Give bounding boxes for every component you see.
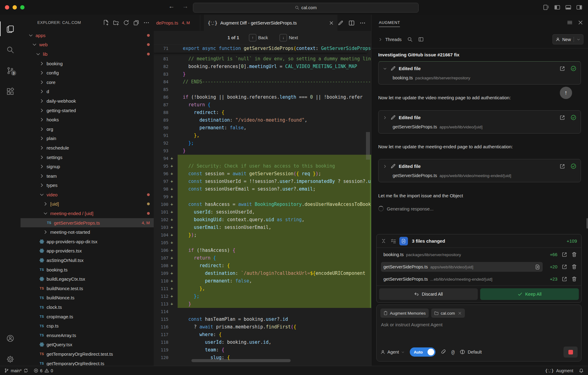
tree-item-getserversideprops-ts[interactable]: TSgetServerSideProps.ts4, M bbox=[21, 218, 154, 228]
edited-file-card[interactable]: Edited filebooking.tspackages/lib/server… bbox=[378, 61, 581, 85]
open-in-editor-icon[interactable] bbox=[560, 164, 565, 169]
tree-item-buildnonce-ts[interactable]: TSbuildNonce.ts bbox=[21, 293, 154, 303]
toggle-sidebar-icon[interactable] bbox=[554, 4, 560, 10]
list-view-icon[interactable] bbox=[391, 238, 396, 244]
open-in-editor-icon[interactable] bbox=[562, 252, 567, 257]
stop-button[interactable] bbox=[564, 347, 578, 358]
attach-file-icon[interactable] bbox=[441, 349, 446, 355]
agent-input-box[interactable]: Augment Memoriescal.com Ask or instruct … bbox=[376, 305, 582, 362]
split-editor-icon[interactable] bbox=[349, 20, 355, 26]
zoom-window-button[interactable] bbox=[20, 5, 24, 9]
changed-file-row[interactable]: booking.tspackages/lib/server/repository… bbox=[379, 248, 579, 261]
threads-label[interactable]: Threads bbox=[385, 37, 401, 42]
changed-file-row[interactable]: getServerSideProps.tsapps/web/lib/video/… bbox=[379, 261, 579, 273]
chevron-right-icon[interactable] bbox=[378, 37, 383, 42]
close-window-button[interactable] bbox=[5, 5, 9, 9]
open-in-editor-icon[interactable] bbox=[560, 115, 565, 120]
collapse-folders-icon[interactable] bbox=[133, 20, 139, 26]
tree-item-plain[interactable]: plain bbox=[21, 134, 154, 143]
tree-item-web[interactable]: web bbox=[21, 40, 154, 50]
discard-file-icon[interactable] bbox=[571, 252, 577, 257]
tree-item-core[interactable]: core bbox=[21, 78, 154, 87]
tree-item-ensurearray-ts[interactable]: TSensureArray.ts bbox=[21, 331, 154, 340]
new-file-icon[interactable] bbox=[103, 20, 109, 26]
git-branch-item[interactable]: main* bbox=[4, 368, 28, 373]
tree-item-gettemporaryorgredirect-ts[interactable]: TSgetTemporaryOrgRedirect.ts bbox=[21, 359, 154, 366]
chevron-down-icon[interactable] bbox=[383, 66, 387, 71]
open-in-editor-icon[interactable] bbox=[562, 276, 567, 282]
tree-item-config[interactable]: config bbox=[21, 68, 154, 78]
tree-item-lib[interactable]: lib bbox=[21, 49, 154, 59]
explorer-icon[interactable] bbox=[6, 25, 14, 33]
edit-icon[interactable] bbox=[337, 20, 344, 26]
minimize-window-button[interactable] bbox=[13, 5, 17, 9]
tree-item-team[interactable]: team bbox=[21, 171, 154, 181]
diff-view-toggle[interactable] bbox=[399, 237, 408, 245]
tree-item-app-providers-tsx[interactable]: app-providers.tsx bbox=[21, 246, 154, 256]
diff-next-button[interactable]: ↓ Next bbox=[278, 34, 300, 42]
forward-arrow-icon[interactable]: → bbox=[181, 3, 190, 10]
account-icon[interactable] bbox=[6, 335, 14, 342]
tree-item-buildlegacyctx-tsx[interactable]: buildLegacyCtx.tsx bbox=[21, 274, 154, 284]
auto-toggle[interactable]: Auto bbox=[410, 347, 435, 357]
discard-file-icon[interactable] bbox=[571, 276, 577, 282]
discard-all-button[interactable]: Discard All bbox=[379, 288, 478, 300]
close-tab-icon[interactable] bbox=[329, 21, 334, 25]
thread-layout-icon[interactable] bbox=[418, 37, 424, 42]
search-view-icon[interactable] bbox=[6, 46, 14, 54]
tree-item-uid[interactable]: [uid] bbox=[21, 199, 154, 209]
tree-item-settings[interactable]: settings bbox=[21, 153, 154, 162]
diff-back-button[interactable]: ↑ Back bbox=[247, 34, 270, 42]
tree-item-signup[interactable]: signup bbox=[21, 162, 154, 171]
back-arrow-icon[interactable]: ← bbox=[167, 3, 176, 10]
tree-item-meeting-ended-uid[interactable]: meeting-ended / [uid] bbox=[21, 209, 154, 218]
search-threads-icon[interactable] bbox=[407, 37, 413, 42]
collapse-panel-icon[interactable] bbox=[381, 238, 386, 244]
tree-item-csp-ts[interactable]: TScsp.ts bbox=[21, 321, 154, 331]
tab-augment-diff[interactable]: {··} Augment Diff - getServerSideProps.t… bbox=[204, 15, 337, 31]
mention-icon[interactable]: @ bbox=[451, 349, 454, 355]
toggle-panel-icon[interactable] bbox=[565, 4, 571, 10]
changed-file-row[interactable]: getServerSideProps.ts...eb/lib/video/mee… bbox=[379, 273, 579, 285]
context-chip-augment-memories[interactable]: Augment Memories bbox=[380, 309, 429, 318]
editor-more-actions-icon[interactable] bbox=[360, 20, 366, 26]
tree-item-types[interactable]: types bbox=[21, 181, 154, 190]
discard-file-icon[interactable] bbox=[571, 264, 577, 270]
tree-item-getting-started[interactable]: getting-started bbox=[21, 106, 154, 115]
tree-item-d[interactable]: d bbox=[21, 87, 154, 97]
tree-item-daily-webhook[interactable]: daily-webhook bbox=[21, 96, 154, 106]
tree-item-apps[interactable]: apps bbox=[21, 31, 154, 40]
context-chip-cal-com[interactable]: cal.com bbox=[431, 309, 465, 318]
refresh-explorer-icon[interactable] bbox=[123, 20, 129, 26]
tree-item-clock-ts[interactable]: TSclock.ts bbox=[21, 302, 154, 312]
tree-item-buildnonce-test-ts[interactable]: TSbuildNonce.test.ts bbox=[21, 284, 154, 293]
tree-item-reschedule[interactable]: reschedule bbox=[21, 143, 154, 153]
tree-item-meeting-not-started[interactable]: meeting-not-started bbox=[21, 227, 154, 237]
horizontal-scrollbar[interactable] bbox=[191, 359, 291, 362]
edited-file-card[interactable]: Edited filegetServerSideProps.tsapps/web… bbox=[378, 110, 581, 134]
edited-file-card[interactable]: Edited filegetServerSideProps.tsapps/web… bbox=[378, 159, 581, 182]
tree-item-hooks[interactable]: hooks bbox=[21, 115, 154, 124]
tree-item-cropimage-ts[interactable]: TScropImage.ts bbox=[21, 312, 154, 321]
new-folder-icon[interactable] bbox=[113, 20, 119, 26]
tree-item-video[interactable]: video bbox=[21, 190, 154, 199]
tree-item-gettemporaryorgredirect-test-ts[interactable]: TSgetTemporaryOrgRedirect.test.ts bbox=[21, 349, 154, 359]
notifications-bell-icon[interactable] bbox=[579, 368, 584, 373]
keep-all-button[interactable]: Keep All bbox=[480, 288, 579, 300]
vertical-scrollbar[interactable] bbox=[366, 132, 370, 160]
panel-scrollbar[interactable] bbox=[586, 218, 588, 229]
scroll-to-top-button[interactable]: ↑ bbox=[560, 87, 572, 99]
settings-gear-icon[interactable] bbox=[6, 355, 14, 363]
augment-status-item[interactable]: {··} Augment bbox=[545, 368, 573, 373]
tree-item-app-providers-app-dir-tsx[interactable]: app-providers-app-dir.tsx bbox=[21, 237, 154, 246]
toggle-secondary-sidebar-icon[interactable] bbox=[576, 4, 582, 10]
chevron-right-icon[interactable] bbox=[383, 116, 387, 120]
chevron-right-icon[interactable] bbox=[383, 164, 387, 169]
tab-getserversideprops[interactable]: deProps.ts 4, M bbox=[154, 15, 200, 31]
open-in-editor-icon[interactable] bbox=[560, 66, 565, 71]
tree-item-booking-ts[interactable]: TSbooking.ts bbox=[21, 265, 154, 275]
agent-mode-select[interactable]: Agent bbox=[380, 350, 405, 354]
more-actions-icon[interactable] bbox=[143, 20, 149, 26]
open-in-editor-icon[interactable] bbox=[562, 264, 567, 270]
tree-item-org[interactable]: org bbox=[21, 124, 154, 134]
